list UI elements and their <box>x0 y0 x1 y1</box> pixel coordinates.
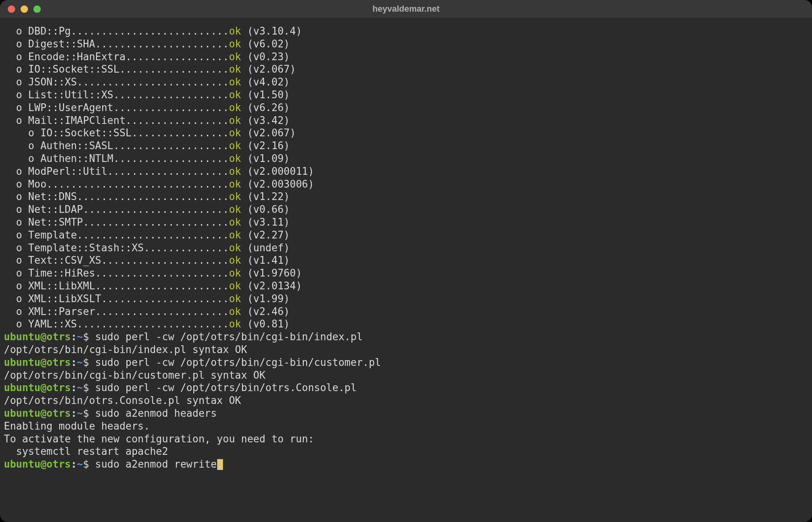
titlebar: heyvaldemar.net <box>0 0 812 18</box>
window-controls <box>8 5 41 13</box>
prompt-user-host: ubuntu@otrs <box>4 458 71 470</box>
module-check-line: o IO::Socket::SSL................ok (v2.… <box>4 127 808 139</box>
module-check-line: o LWP::UserAgent...................ok (v… <box>4 101 808 114</box>
module-check-line: o JSON::XS.........................ok (v… <box>4 76 808 89</box>
module-check-line: o DBD::Pg..........................ok (v… <box>4 25 808 38</box>
module-check-line: o List::Util::XS...................ok (v… <box>4 89 808 101</box>
cursor <box>217 459 223 470</box>
module-check-line: o ModPerl::Util....................ok (v… <box>4 165 808 178</box>
module-check-line: o XML::Parser......................ok (v… <box>4 305 808 318</box>
prompt-symbol: $ <box>83 458 89 470</box>
prompt-separator: : <box>71 357 77 368</box>
prompt-path: ~ <box>77 382 83 393</box>
module-check-line: o YAML::XS.........................ok (v… <box>4 318 808 331</box>
command-output: To activate the new configuration, you n… <box>4 433 808 445</box>
current-command-line: ubuntu@otrs:~$ sudo a2enmod rewrite <box>4 458 808 471</box>
module-check-line: o Text::CSV_XS.....................ok (v… <box>4 254 808 267</box>
module-check-line: o Net::DNS.........................ok (v… <box>4 190 808 203</box>
module-check-line: o Template::Stash::XS..............ok (u… <box>4 242 808 254</box>
terminal-body[interactable]: o DBD::Pg..........................ok (v… <box>0 18 812 475</box>
command-output: /opt/otrs/bin/cgi-bin/customer.pl syntax… <box>4 369 808 382</box>
prompt-user-host: ubuntu@otrs <box>4 407 71 419</box>
prompt-path: ~ <box>77 357 83 368</box>
current-command-text: sudo a2enmod rewrite <box>95 458 217 470</box>
command-line: ubuntu@otrs:~$ sudo perl -cw /opt/otrs/b… <box>4 381 808 394</box>
prompt-path: ~ <box>77 458 83 470</box>
command-text: sudo perl -cw /opt/otrs/bin/otrs.Console… <box>95 382 357 393</box>
command-line: ubuntu@otrs:~$ sudo perl -cw /opt/otrs/b… <box>4 331 808 343</box>
module-check-line: o XML::LibXML......................ok (v… <box>4 280 808 292</box>
command-line: ubuntu@otrs:~$ sudo perl -cw /opt/otrs/b… <box>4 356 808 369</box>
module-check-line: o Net::SMTP........................ok (v… <box>4 216 808 229</box>
command-line: ubuntu@otrs:~$ sudo a2enmod headers <box>4 407 808 420</box>
command-output: systemctl restart apache2 <box>4 445 808 458</box>
zoom-icon[interactable] <box>33 5 41 13</box>
command-text: sudo perl -cw /opt/otrs/bin/cgi-bin/inde… <box>95 331 363 343</box>
prompt-user-host: ubuntu@otrs <box>4 357 71 368</box>
module-check-line: o Digest::SHA......................ok (v… <box>4 38 808 50</box>
module-check-line: o Net::LDAP........................ok (v… <box>4 203 808 216</box>
command-text: sudo a2enmod headers <box>95 407 217 419</box>
prompt-symbol: $ <box>83 382 89 393</box>
module-check-line: o Authen::SASL...................ok (v2.… <box>4 139 808 152</box>
module-check-line: o Mail::IMAPClient.................ok (v… <box>4 114 808 127</box>
prompt-path: ~ <box>77 407 83 419</box>
command-output: /opt/otrs/bin/otrs.Console.pl syntax OK <box>4 394 808 407</box>
terminal-window: heyvaldemar.net o DBD::Pg...............… <box>0 0 812 522</box>
module-check-line: o Authen::NTLM...................ok (v1.… <box>4 152 808 165</box>
prompt-symbol: $ <box>83 407 89 419</box>
prompt-path: ~ <box>77 331 83 343</box>
prompt-user-host: ubuntu@otrs <box>4 382 71 393</box>
prompt-symbol: $ <box>83 331 89 343</box>
window-title: heyvaldemar.net <box>0 4 812 14</box>
module-check-line: o Template.........................ok (v… <box>4 229 808 242</box>
minimize-icon[interactable] <box>21 5 28 13</box>
module-check-line: o Time::HiRes......................ok (v… <box>4 267 808 280</box>
prompt-separator: : <box>71 382 77 393</box>
module-check-line: o Encode::HanExtra.................ok (v… <box>4 50 808 63</box>
command-output: /opt/otrs/bin/cgi-bin/index.pl syntax OK <box>4 343 808 356</box>
prompt-separator: : <box>71 458 77 470</box>
module-check-line: o XML::LibXSLT.....................ok (v… <box>4 292 808 305</box>
prompt-separator: : <box>71 331 77 343</box>
command-text: sudo perl -cw /opt/otrs/bin/cgi-bin/cust… <box>95 357 381 368</box>
module-check-line: o IO::Socket::SSL..................ok (v… <box>4 63 808 76</box>
command-output: Enabling module headers. <box>4 420 808 433</box>
close-icon[interactable] <box>8 5 15 13</box>
prompt-separator: : <box>71 407 77 419</box>
prompt-user-host: ubuntu@otrs <box>4 331 71 343</box>
module-check-line: o Moo..............................ok (v… <box>4 178 808 191</box>
prompt-symbol: $ <box>83 357 89 368</box>
